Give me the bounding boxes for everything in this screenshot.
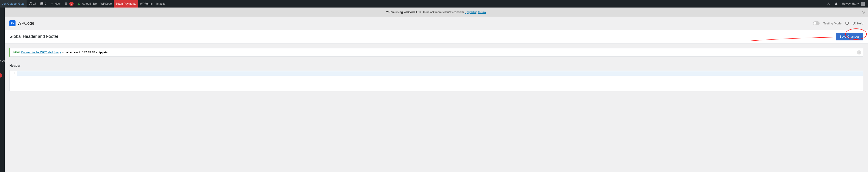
updates-count: 17 xyxy=(33,2,36,5)
comment-icon xyxy=(40,2,44,6)
update-icon xyxy=(28,2,32,6)
imagify-item[interactable]: Imagify xyxy=(154,0,167,7)
editor-gutter: 1 xyxy=(10,70,17,91)
editor-active-line xyxy=(17,71,863,76)
wpcode-header-right: Testing Mode ? Help xyxy=(813,22,863,25)
lite-notice-text: You're using WPCode Lite. To unlock more… xyxy=(386,10,487,14)
account-item[interactable]: Howdy, Harry xyxy=(840,0,867,7)
sidebar-cut-text: erce xyxy=(0,59,5,62)
sparkle-item[interactable] xyxy=(825,0,833,7)
admin-bar: gon Outdoor Gear 17 0 New 2 xyxy=(0,0,868,7)
autoptimize-label: Autoptimize xyxy=(82,2,97,5)
help-button[interactable]: ? Help xyxy=(853,22,863,25)
library-notice: NEW! Connect to the WPCode Library to ge… xyxy=(9,48,863,57)
site-name-item[interactable]: gon Outdoor Gear xyxy=(0,0,27,7)
wp-main: You're using WPCode Lite. To unlock more… xyxy=(5,7,868,172)
wpcode-header: /> WPCode Testing Mode ? Help xyxy=(5,17,868,30)
comments-item[interactable]: 0 xyxy=(38,0,48,7)
page-title-row: Global Header and Footer Save Changes xyxy=(5,30,868,43)
wpforms-item[interactable]: WPForms xyxy=(138,0,154,7)
wpforms-notices-item[interactable]: 2 xyxy=(62,0,75,7)
library-notice-bold: 187 FREE snippets xyxy=(82,51,107,54)
howdy-label: Howdy, Harry xyxy=(842,2,859,5)
section-header-title: Header xyxy=(9,64,863,67)
library-connect-link[interactable]: Connect to the WPCode Library xyxy=(21,51,61,54)
editor-code-area[interactable] xyxy=(17,70,863,91)
admin-bar-left: gon Outdoor Gear 17 0 New 2 xyxy=(0,0,167,7)
site-name-label: gon Outdoor Gear xyxy=(2,2,25,5)
wpforms-icon xyxy=(64,2,68,6)
lite-dismiss-button[interactable] xyxy=(861,10,866,14)
screen-icon xyxy=(845,22,849,25)
help-icon: ? xyxy=(853,22,856,25)
line-number-1: 1 xyxy=(10,71,16,75)
upgrade-link[interactable]: upgrading to Pro xyxy=(465,10,486,14)
wpcode-item[interactable]: WPCode xyxy=(99,0,114,7)
close-icon: ✕ xyxy=(858,51,860,54)
sidebar-cut-badge xyxy=(0,73,2,77)
library-notice-dismiss[interactable]: ✕ xyxy=(857,50,861,55)
wpcode-label: WPCode xyxy=(101,2,112,5)
testing-mode-toggle[interactable] xyxy=(813,22,819,25)
testing-mode-label: Testing Mode xyxy=(823,22,841,25)
autoptimize-icon xyxy=(77,2,81,6)
imagify-label: Imagify xyxy=(156,2,165,5)
new-badge: NEW! xyxy=(13,51,20,54)
close-icon xyxy=(862,11,865,13)
new-content-item[interactable]: New xyxy=(48,0,62,7)
autoptimize-item[interactable]: Autoptimize xyxy=(75,0,99,7)
library-notice-text: Connect to the WPCode Library to get acc… xyxy=(21,51,108,54)
wpcode-logo-icon: /> xyxy=(9,20,16,26)
new-label: New xyxy=(55,2,60,5)
avatar xyxy=(861,2,865,6)
wpcode-brand: WPCode xyxy=(18,21,34,26)
screen-viewer-button[interactable] xyxy=(845,22,849,25)
wpforms-label: WPForms xyxy=(140,2,153,5)
help-label: Help xyxy=(857,22,863,25)
setup-payments-item[interactable]: Setup Payments xyxy=(114,0,138,7)
updates-item[interactable]: 17 xyxy=(27,0,38,7)
wp-admin-sidebar[interactable]: erce xyxy=(0,7,5,172)
library-notice-mid: to get access to xyxy=(61,51,82,54)
notifications-item[interactable] xyxy=(833,0,840,7)
wpcode-logo[interactable]: /> WPCode xyxy=(9,20,34,26)
sparkle-icon xyxy=(827,2,831,6)
lite-notice-bar: You're using WPCode Lite. To unlock more… xyxy=(5,7,868,17)
page-title: Global Header and Footer xyxy=(9,34,58,39)
plus-icon xyxy=(50,2,54,6)
admin-bar-right: Howdy, Harry xyxy=(825,0,868,7)
setup-payments-label: Setup Payments xyxy=(116,2,136,5)
svg-rect-1 xyxy=(846,22,848,24)
lite-notice-mid: . To unlock more features consider xyxy=(421,10,465,14)
lite-notice-right: . xyxy=(486,10,487,14)
header-code-editor[interactable]: 1 xyxy=(9,70,863,92)
lite-notice-strong: You're using WPCode Lite xyxy=(386,10,421,14)
content-area: NEW! Connect to the WPCode Library to ge… xyxy=(5,43,868,96)
library-notice-tail: ! xyxy=(107,51,108,54)
wpforms-badge: 2 xyxy=(69,2,73,6)
bell-icon xyxy=(834,2,838,6)
comments-count: 0 xyxy=(45,2,46,5)
save-changes-button[interactable]: Save Changes xyxy=(836,33,863,40)
